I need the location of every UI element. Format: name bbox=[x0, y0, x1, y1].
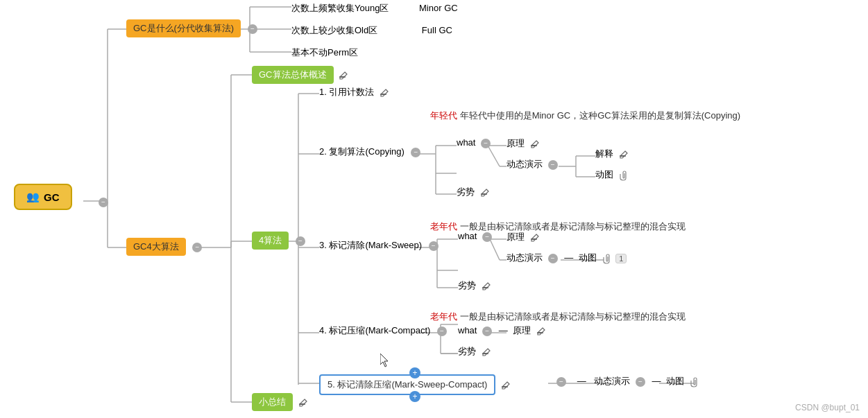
algo1-node: 1. 引用计数法 bbox=[319, 86, 389, 98]
svg-marker-68 bbox=[482, 189, 488, 196]
dynamic2-label: 动态演示 bbox=[507, 252, 543, 263]
principle2-node: 原理 bbox=[507, 231, 540, 243]
algo-overview-box: GC算法总体概述 bbox=[252, 66, 334, 84]
connector-lines bbox=[0, 0, 868, 418]
algo5-add-above[interactable]: + bbox=[409, 367, 420, 378]
weakness2-node: 劣势 bbox=[458, 279, 491, 292]
weakness3-edit[interactable] bbox=[482, 347, 491, 357]
weakness1-label: 劣势 bbox=[457, 186, 475, 197]
algo5-collapse-icon[interactable]: − bbox=[556, 377, 566, 387]
svg-marker-70 bbox=[531, 234, 538, 241]
gc-what-collapse[interactable]: − bbox=[248, 24, 257, 34]
what3-collapse[interactable]: − bbox=[482, 326, 492, 336]
plus-below-icon[interactable]: + bbox=[409, 391, 420, 402]
algo4-node: 4. 标记压缩(Mark-Compact) − bbox=[319, 324, 448, 337]
summary-edit[interactable] bbox=[298, 398, 308, 408]
algo4-node-collapse[interactable]: − bbox=[437, 326, 447, 336]
attachment1-icon bbox=[619, 170, 627, 181]
dynamic2-node: 动态演示 − — 动图 1 bbox=[507, 252, 627, 264]
algo-overview-node[interactable]: GC算法总体概述 bbox=[252, 66, 348, 84]
gc-collapse-btn[interactable]: − bbox=[97, 196, 110, 207]
dynamic2-collapse[interactable]: − bbox=[548, 254, 558, 263]
svg-marker-72 bbox=[483, 283, 490, 290]
algo3-label: 3. 标记清除(Mark-Sweep) bbox=[319, 240, 422, 250]
algo4-badge-node[interactable]: 4算法 − bbox=[252, 232, 307, 250]
algo5-node[interactable]: 5. 标记清除压缩(Mark-Sweep-Compact) + + bbox=[319, 374, 511, 395]
attachment2-icon bbox=[602, 253, 611, 264]
gc-what-box: GC是什么(分代收集算法) bbox=[126, 19, 241, 37]
weakness1-edit[interactable] bbox=[480, 188, 490, 198]
weakness3-node: 劣势 bbox=[458, 345, 491, 358]
explain1-edit[interactable] bbox=[619, 150, 629, 159]
old-less-label: 次数上较少收集Old区 bbox=[291, 25, 377, 35]
dynamic2-dash: — bbox=[564, 252, 573, 263]
collapse-icon[interactable]: − bbox=[99, 198, 108, 207]
svg-marker-81 bbox=[380, 354, 388, 367]
svg-marker-62 bbox=[381, 89, 388, 96]
algo3-node: 3. 标记清除(Mark-Sweep) − bbox=[319, 239, 440, 252]
what2-collapse[interactable]: − bbox=[482, 232, 492, 242]
gc4-node[interactable]: GC4大算法 − bbox=[126, 238, 203, 256]
summary-node[interactable]: 小总结 bbox=[252, 393, 308, 411]
old-tag2: 老年代 bbox=[430, 311, 457, 322]
algo4-collapse[interactable]: − bbox=[296, 236, 305, 246]
dynamic3-label: 动态演示 bbox=[594, 376, 630, 386]
principle2-edit[interactable] bbox=[530, 233, 540, 243]
svg-marker-66 bbox=[620, 151, 627, 158]
svg-marker-76 bbox=[483, 349, 490, 356]
algo4-label-text: 4. 标记压缩(Mark-Compact) bbox=[319, 325, 430, 336]
animation2-label: 动图 bbox=[579, 252, 597, 263]
algo2-node: 2. 复制算法(Copying) − bbox=[319, 146, 422, 158]
svg-marker-78 bbox=[502, 382, 509, 389]
old-desc2-text: 一般是由标记清除或者是标记清除与标记整理的混合实现 bbox=[460, 311, 686, 322]
algo3-collapse[interactable]: − bbox=[429, 241, 439, 251]
svg-line-40 bbox=[490, 239, 500, 260]
principle3-edit[interactable] bbox=[536, 326, 546, 336]
mindmap-canvas: 👥 GC − GC是什么(分代收集算法) − 次数上频繁收集Young区 Min… bbox=[0, 0, 868, 418]
svg-marker-80 bbox=[300, 399, 307, 406]
principle1-label: 原理 bbox=[507, 138, 525, 148]
young-freq-node: 次数上频繁收集Young区 Minor GC bbox=[291, 2, 458, 15]
dynamic1-collapse[interactable]: − bbox=[548, 160, 558, 170]
algo5-add-below[interactable]: + bbox=[409, 391, 420, 402]
algo1-label: 1. 引用计数法 bbox=[319, 87, 374, 97]
what2-label: what bbox=[458, 231, 477, 241]
algo2-collapse[interactable]: − bbox=[411, 148, 420, 157]
weakness3-label: 劣势 bbox=[458, 346, 476, 356]
gc-what-label: GC是什么(分代收集算法) bbox=[133, 23, 234, 33]
young-freq-label: 次数上频繁收集Young区 bbox=[291, 3, 389, 13]
what3-label: what bbox=[458, 325, 477, 336]
badge1: 1 bbox=[615, 254, 627, 263]
young-tag: 年轻代 bbox=[430, 110, 457, 121]
algo5-dash2: — bbox=[652, 376, 661, 386]
algo4-badge-box: 4算法 bbox=[252, 232, 289, 250]
algo5-box: 5. 标记清除压缩(Mark-Sweep-Compact) bbox=[319, 374, 495, 395]
algo4-badge-label: 4算法 bbox=[259, 235, 282, 245]
dynamic3-collapse[interactable]: − bbox=[636, 377, 645, 387]
dynamic1-label: 动态演示 bbox=[507, 159, 543, 169]
young-desc-node: 年轻代 年轻代中使用的是Minor GC，这种GC算法采用的是复制算法(Copy… bbox=[430, 110, 740, 122]
gc4-label: GC4大算法 bbox=[133, 241, 179, 252]
old-desc1-text: 一般是由标记清除或者是标记清除与标记整理的混合实现 bbox=[460, 221, 686, 232]
weakness1-node: 劣势 bbox=[457, 186, 490, 198]
old-less-node: 次数上较少收集Old区 Full GC bbox=[291, 24, 452, 37]
minor-gc-label: Minor GC bbox=[419, 3, 458, 13]
plus-above-icon[interactable]: + bbox=[409, 367, 420, 378]
what1-collapse[interactable]: − bbox=[481, 139, 491, 148]
principle2-label: 原理 bbox=[507, 232, 525, 242]
weakness2-edit[interactable] bbox=[482, 281, 491, 291]
old-desc2-node: 老年代 一般是由标记清除或者是标记清除与标记整理的混合实现 bbox=[430, 311, 686, 323]
gc-what-node[interactable]: GC是什么(分代收集算法) − bbox=[126, 19, 259, 37]
algo1-edit[interactable] bbox=[380, 88, 389, 98]
algo-overview-label: GC算法总体概述 bbox=[259, 69, 327, 80]
algo5-collapse[interactable]: − — 动态演示 − — 动图 bbox=[555, 375, 698, 387]
gc4-collapse[interactable]: − bbox=[192, 243, 202, 252]
dynamic1-node: 动态演示 − bbox=[507, 158, 559, 171]
algo-overview-edit[interactable] bbox=[339, 71, 348, 80]
gc-root-node[interactable]: 👥 GC bbox=[14, 184, 72, 210]
summary-label: 小总结 bbox=[259, 397, 286, 407]
algo5-edit[interactable] bbox=[501, 381, 511, 390]
algo5-label: 5. 标记清除压缩(Mark-Sweep-Compact) bbox=[327, 379, 487, 390]
principle1-edit[interactable] bbox=[530, 139, 540, 149]
gc-root-label: GC bbox=[44, 191, 60, 203]
